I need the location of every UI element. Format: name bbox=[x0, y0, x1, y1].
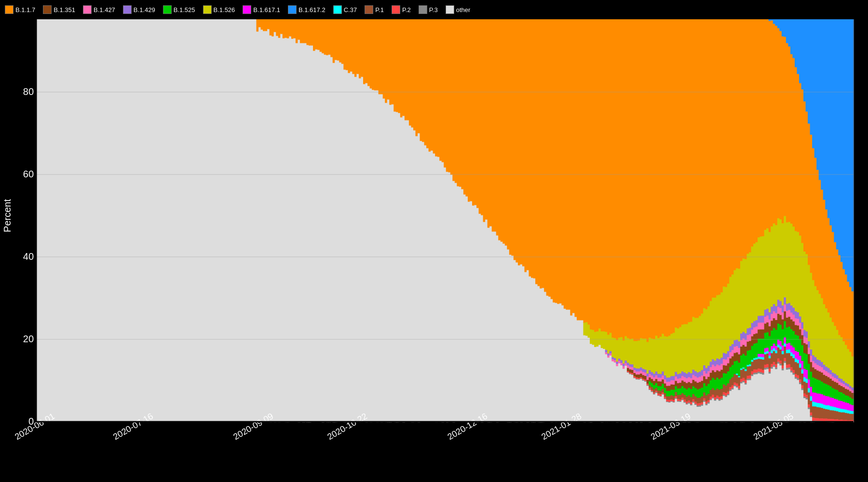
legend-swatch bbox=[419, 5, 427, 14]
legend-swatch bbox=[365, 5, 373, 14]
legend-label: B.1.525 bbox=[174, 6, 195, 13]
legend-label: B.1.617.2 bbox=[298, 6, 326, 13]
legend-label: B.1.429 bbox=[134, 6, 155, 13]
legend-item: B.1.351 bbox=[43, 5, 75, 14]
legend-swatch bbox=[288, 5, 297, 14]
legend-swatch bbox=[203, 5, 212, 14]
legend-label: B.1.1.7 bbox=[15, 6, 35, 13]
legend-swatch bbox=[392, 5, 400, 14]
legend-swatch bbox=[243, 5, 251, 14]
legend-item: B.1.1.7 bbox=[5, 5, 35, 14]
legend-item: P.2 bbox=[392, 5, 411, 14]
chart-container: B.1.1.7B.1.351B.1.427B.1.429B.1.525B.1.5… bbox=[0, 0, 868, 482]
legend-label: P.2 bbox=[402, 6, 411, 13]
chart-canvas bbox=[0, 0, 868, 458]
legend-label: P.3 bbox=[429, 6, 438, 13]
legend-item: P.3 bbox=[419, 5, 438, 14]
legend-item: C.37 bbox=[333, 5, 357, 14]
legend-item: B.1.617.1 bbox=[243, 5, 280, 14]
legend-swatch bbox=[83, 5, 92, 14]
legend-label: other bbox=[456, 6, 471, 13]
legend-swatch bbox=[163, 5, 172, 14]
legend-item: other bbox=[446, 5, 471, 14]
legend-label: B.1.617.1 bbox=[253, 6, 280, 13]
legend-label: C.37 bbox=[344, 6, 357, 13]
legend-item: B.1.526 bbox=[203, 5, 235, 14]
legend-label: B.1.526 bbox=[214, 6, 235, 13]
legend-item: B.1.617.2 bbox=[288, 5, 326, 14]
legend-swatch bbox=[43, 5, 52, 14]
legend-swatch bbox=[446, 5, 454, 14]
legend-item: B.1.427 bbox=[83, 5, 115, 14]
legend-label: B.1.427 bbox=[94, 6, 115, 13]
legend-item: B.1.429 bbox=[123, 5, 155, 14]
legend-label: B.1.351 bbox=[54, 6, 75, 13]
legend-swatch bbox=[5, 5, 14, 14]
legend-swatch bbox=[123, 5, 132, 14]
legend: B.1.1.7B.1.351B.1.427B.1.429B.1.525B.1.5… bbox=[0, 0, 868, 19]
legend-item: P.1 bbox=[365, 5, 384, 14]
legend-item: B.1.525 bbox=[163, 5, 195, 14]
legend-swatch bbox=[333, 5, 342, 14]
legend-label: P.1 bbox=[375, 6, 384, 13]
